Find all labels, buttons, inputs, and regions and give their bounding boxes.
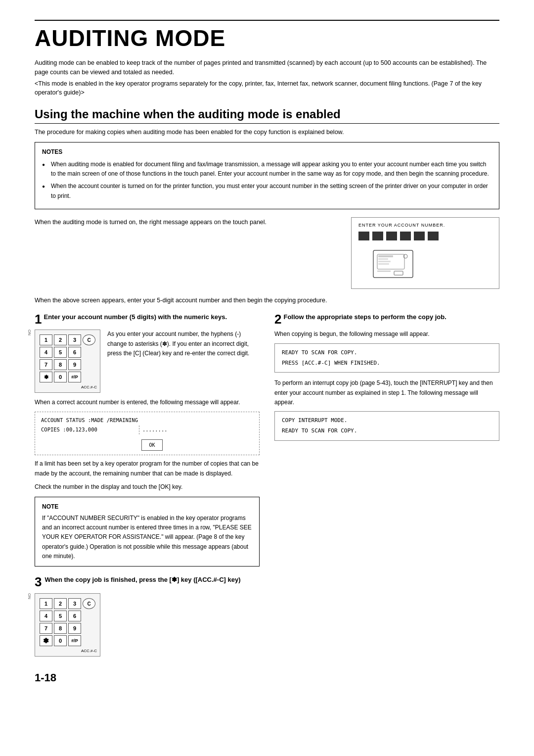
- keypad-bottom-label: ACC.#-C: [38, 385, 97, 389]
- s3-key-3[interactable]: 3: [68, 598, 81, 609]
- key-1[interactable]: 1: [40, 334, 52, 345]
- key-7[interactable]: 7: [40, 359, 52, 370]
- key-star[interactable]: ✽: [40, 372, 52, 382]
- step2-header: 2 Follow the appropriate steps to perfor…: [274, 313, 499, 326]
- page-number: 1-18: [35, 671, 499, 684]
- key-5[interactable]: 5: [54, 347, 67, 358]
- account-screen-label: ENTER YOUR ACCOUNT NUMBER.: [358, 223, 492, 228]
- status-remaining: ........: [139, 425, 168, 434]
- step1-correct-msg: When a correct account number is entered…: [35, 398, 260, 407]
- s3-key-7[interactable]: 7: [40, 623, 52, 634]
- svg-rect-6: [378, 258, 388, 260]
- main-steps: 1 Enter your account number (5 digits) w…: [35, 313, 499, 567]
- account-status-box: ACCOUNT STATUS :MADE /REMAINING COPIES :…: [35, 412, 260, 456]
- step2-body: When copying is begun, the following mes…: [274, 330, 499, 339]
- svg-rect-8: [378, 263, 389, 265]
- step2-number: 2: [274, 313, 281, 326]
- keypad-grid[interactable]: 1 2 3 C 4 5 6 7 8: [35, 330, 100, 393]
- key-8[interactable]: 8: [54, 359, 67, 370]
- s3-key-clear[interactable]: C: [83, 598, 95, 609]
- step1-keypad: NO 1 2 3 C 4 5 6: [35, 330, 100, 393]
- page-title: AUDITING MODE: [35, 25, 499, 51]
- step3-header: 3 When the copy job is finished, press t…: [35, 575, 499, 588]
- key-clear[interactable]: C: [83, 334, 95, 345]
- step3-keypad-bottom: ACC.#-C: [38, 649, 97, 653]
- step2-interrupt-desc: To perform an interrupt copy job (page 5…: [274, 378, 499, 407]
- ok-button[interactable]: OK: [141, 439, 162, 451]
- account-dots: [358, 232, 492, 240]
- s3-key-6[interactable]: 6: [68, 611, 81, 621]
- key-empty-1: [83, 347, 95, 358]
- note-item-1: When auditing mode is enabled for docume…: [42, 160, 492, 179]
- key-3[interactable]: 3: [68, 334, 81, 345]
- note-title: NOTE: [42, 502, 252, 512]
- step3-number: 3: [35, 575, 42, 588]
- step1-header: 1 Enter your account number (5 digits) w…: [35, 313, 260, 326]
- step2-col: 2 Follow the appropriate steps to perfor…: [274, 313, 499, 567]
- status-table: ACCOUNT STATUS :MADE /REMAINING COPIES :…: [40, 415, 169, 436]
- keypad-side-label: NO: [28, 330, 32, 335]
- s3-key-star[interactable]: ✽: [40, 635, 52, 646]
- s3-key-empty2: [83, 623, 95, 634]
- step1-body: As you enter your account number, the hy…: [107, 330, 260, 358]
- ready-line1: READY TO SCAN FOR COPY.: [282, 348, 492, 358]
- svg-rect-7: [378, 261, 391, 262]
- intro-paragraph-1: Auditing mode can be enabled to keep tra…: [35, 58, 499, 77]
- dot-4: [400, 232, 411, 240]
- dot-5: [414, 232, 425, 240]
- s3-key-0[interactable]: 0: [54, 635, 67, 646]
- keypad-table: 1 2 3 C 4 5 6 7 8: [38, 333, 97, 384]
- dot-3: [386, 232, 397, 240]
- step3-keypad-grid[interactable]: 1 2 3 C 4 5 6 7 8 9: [35, 593, 100, 657]
- notes-title: NOTES: [42, 147, 492, 157]
- step1-number: 1: [35, 313, 42, 326]
- step3-keypad: NO 1 2 3 C 4 5 6 7: [35, 593, 100, 657]
- step3-content: NO 1 2 3 C 4 5 6 7: [35, 593, 499, 657]
- dot-2: [372, 232, 383, 240]
- s3-key-empty3: [83, 635, 95, 646]
- touch-panel-section: When the auditing mode is turned on, the…: [35, 217, 499, 289]
- note-body: If "ACCOUNT NUMBER SECURITY" is enabled …: [42, 514, 252, 561]
- s3-key-hash[interactable]: #/P: [68, 635, 81, 646]
- step3-section: 3 When the copy job is finished, press t…: [35, 575, 499, 657]
- step1-desc1: If a limit has been set by a key operato…: [35, 459, 260, 478]
- top-rule: [35, 20, 499, 21]
- key-4[interactable]: 4: [40, 347, 52, 358]
- notes-box: NOTES When auditing mode is enabled for …: [35, 142, 499, 209]
- s3-key-2[interactable]: 2: [54, 598, 67, 609]
- svg-rect-2: [394, 271, 403, 275]
- s3-key-8[interactable]: 8: [54, 623, 67, 634]
- step1-title: Enter your account number (5 digits) wit…: [44, 313, 227, 322]
- intro-paragraph-2: <This mode is enabled in the key operato…: [35, 79, 499, 98]
- step1-keypad-area: NO 1 2 3 C 4 5 6: [35, 330, 260, 393]
- dot-1: [358, 232, 369, 240]
- key-empty-2: [83, 359, 95, 370]
- section-title: Using the machine when the auditing mode…: [35, 107, 499, 124]
- s3-key-1[interactable]: 1: [40, 598, 52, 609]
- status-line1: ACCOUNT STATUS :MADE /REMAINING: [41, 416, 138, 425]
- key-2[interactable]: 2: [54, 334, 67, 345]
- step1-col: 1 Enter your account number (5 digits) w…: [35, 313, 260, 567]
- machine-sketch: [358, 245, 423, 283]
- key-6[interactable]: 6: [68, 347, 81, 358]
- svg-point-4: [403, 254, 407, 258]
- interrupt-box: COPY INTERRUPT MODE. READY TO SCAN FOR C…: [274, 411, 499, 441]
- dot-6: [428, 232, 439, 240]
- ready-line2: PRESS [ACC.#-C] WHEN FINISHED.: [282, 358, 492, 369]
- s3-key-empty1: [83, 611, 95, 621]
- step-intro: When the above screen appears, enter you…: [35, 296, 499, 305]
- s3-key-4[interactable]: 4: [40, 611, 52, 621]
- step3-title: When the copy job is finished, press the…: [44, 575, 240, 584]
- s3-key-5[interactable]: 5: [54, 611, 67, 621]
- touch-panel-text: When the auditing mode is turned on, the…: [35, 217, 341, 227]
- s3-key-9[interactable]: 9: [68, 623, 81, 634]
- key-9[interactable]: 9: [68, 359, 81, 370]
- interrupt-line1: COPY INTERRUPT MODE.: [282, 416, 492, 426]
- notes-list: When auditing mode is enabled for docume…: [42, 160, 492, 201]
- key-0[interactable]: 0: [54, 372, 67, 382]
- ready-scan-box: READY TO SCAN FOR COPY. PRESS [ACC.#-C] …: [274, 343, 499, 373]
- section-desc: The procedure for making copies when aud…: [35, 128, 499, 137]
- key-empty-3: [83, 372, 95, 382]
- note-box: NOTE If "ACCOUNT NUMBER SECURITY" is ena…: [35, 497, 260, 567]
- key-hash[interactable]: #/P: [68, 372, 81, 382]
